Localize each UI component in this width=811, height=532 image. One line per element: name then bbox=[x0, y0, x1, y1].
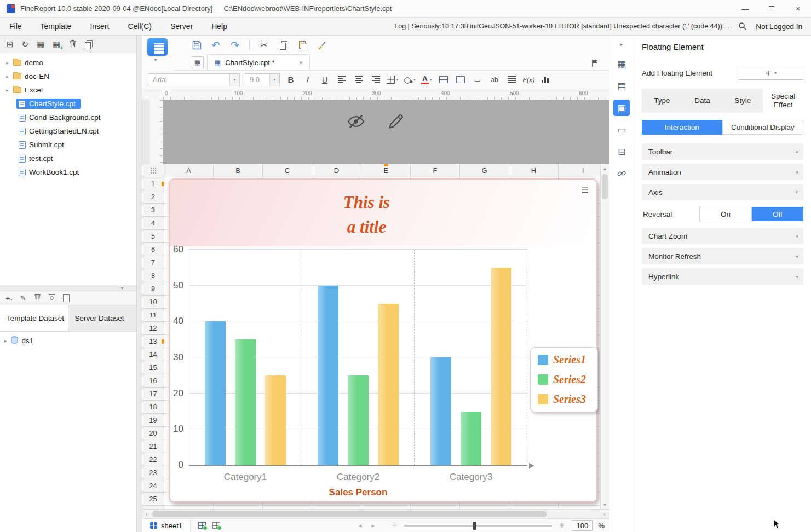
tree-item-submit[interactable]: Submit.cpt bbox=[0, 138, 136, 152]
chevron-right-icon[interactable]: ▸ bbox=[4, 88, 11, 93]
row-header-23[interactable]: 23 bbox=[142, 466, 164, 479]
row-header-6[interactable]: 6 bbox=[142, 243, 164, 256]
menu-file[interactable]: File bbox=[0, 22, 31, 31]
zoom-slider-thumb[interactable] bbox=[473, 522, 476, 530]
font-size-select[interactable]: 9.0 ▾ bbox=[245, 73, 280, 86]
cell-element-icon[interactable]: ▤ bbox=[613, 78, 630, 94]
chevron-right-icon[interactable]: ▸ bbox=[4, 338, 7, 344]
scroll-right-icon[interactable]: › bbox=[600, 510, 609, 518]
template-version-icon[interactable] bbox=[591, 59, 599, 67]
report-list-icon[interactable]: ▦ bbox=[37, 39, 44, 49]
log-status-text[interactable]: Log | Seriously:10:17:38 initGeoJSON-51-… bbox=[394, 22, 732, 30]
column-header-G[interactable]: G bbox=[460, 164, 509, 177]
dataset-splitter[interactable]: ▾ bbox=[0, 285, 136, 291]
widget-settings-icon[interactable]: ▭ bbox=[613, 122, 630, 138]
sheet-tab-sheet1[interactable]: sheet1 bbox=[142, 519, 191, 532]
tab-list-icon[interactable]: ▦ bbox=[192, 56, 204, 68]
scroll-up-icon[interactable]: ▲ bbox=[601, 164, 609, 173]
save-icon[interactable] bbox=[191, 39, 203, 51]
add-report-icon[interactable]: ▦ bbox=[53, 39, 60, 49]
document-tab-chartstyle[interactable]: ▦ ChartStyle.cpt * × bbox=[207, 54, 310, 70]
add-grid-sheet-icon[interactable] bbox=[198, 522, 206, 529]
preview-dataset-icon[interactable] bbox=[49, 294, 55, 302]
row-header-16[interactable]: 16 bbox=[142, 374, 164, 388]
delete-icon[interactable] bbox=[69, 39, 77, 49]
menu-help[interactable]: Help bbox=[202, 22, 237, 31]
collapse-handle-icon[interactable]: ▾ bbox=[121, 286, 123, 291]
section-hyperlink[interactable]: Hyperlink◂ bbox=[642, 268, 803, 285]
section-chart-zoom[interactable]: Chart Zoom◂ bbox=[642, 228, 803, 244]
fill-color-button[interactable]: ▾ bbox=[404, 73, 416, 86]
row-header-15[interactable]: 15 bbox=[142, 361, 164, 374]
tab-data[interactable]: Data bbox=[682, 89, 723, 113]
horizontal-scrollbar[interactable]: ‹ › bbox=[142, 509, 609, 518]
subtab-conditional-display[interactable]: Conditional Display bbox=[722, 120, 804, 135]
row-header-21[interactable]: 21 bbox=[142, 440, 164, 453]
row-header-13[interactable]: 13 bbox=[142, 335, 164, 348]
next-sheet-icon[interactable]: ▸ bbox=[372, 522, 375, 529]
prev-sheet-icon[interactable]: ◂ bbox=[359, 522, 362, 529]
underline-button[interactable]: U bbox=[319, 73, 331, 86]
chevron-down-icon[interactable]: ▾ bbox=[269, 74, 279, 86]
search-icon[interactable] bbox=[738, 22, 747, 31]
legend-item-series1[interactable]: Series1 bbox=[538, 354, 597, 366]
font-color-button[interactable]: A▾ bbox=[421, 73, 433, 86]
redo-icon[interactable]: ↷ bbox=[229, 39, 241, 51]
chevron-down-icon[interactable]: ▾ bbox=[229, 74, 239, 86]
minimize-button[interactable]: — bbox=[732, 0, 758, 17]
formula-button[interactable]: F(x) bbox=[522, 73, 534, 86]
refresh-icon[interactable]: ↻ bbox=[22, 39, 29, 49]
row-header-22[interactable]: 22 bbox=[142, 453, 164, 466]
row-header-17[interactable]: 17 bbox=[142, 388, 164, 401]
column-header-F[interactable]: F bbox=[411, 164, 460, 177]
horizontal-scroll-thumb[interactable] bbox=[152, 511, 547, 517]
zoom-slider[interactable] bbox=[404, 525, 552, 527]
zoom-in-button[interactable]: + bbox=[557, 521, 566, 530]
row-header-19[interactable]: 19 bbox=[142, 414, 164, 427]
copy-template-icon[interactable] bbox=[85, 40, 92, 48]
unmerge-cells-button[interactable] bbox=[455, 73, 467, 86]
chart-legend[interactable]: Series1Series2Series3 bbox=[530, 347, 598, 412]
align-right-button[interactable] bbox=[370, 73, 382, 86]
font-family-select[interactable]: Arial ▾ bbox=[148, 73, 240, 86]
reversal-on-option[interactable]: On bbox=[699, 207, 752, 221]
bar-series1-category3[interactable] bbox=[430, 357, 451, 465]
tree-item-workbook1[interactable]: WorkBook1.cpt bbox=[0, 165, 136, 179]
row-header-11[interactable]: 11 bbox=[142, 309, 164, 322]
tab-special-effect[interactable]: Special Effect bbox=[763, 89, 803, 113]
row-header-20[interactable]: 20 bbox=[142, 427, 164, 440]
legend-item-series3[interactable]: Series3 bbox=[538, 393, 597, 406]
tree-item-cond-background[interactable]: Cond-Background.cpt bbox=[0, 111, 136, 124]
tree-item-doc-en[interactable]: ▸ doc-EN bbox=[0, 70, 136, 83]
tree-item-demo[interactable]: ▸ demo bbox=[0, 56, 136, 70]
tree-item-gettingstarted[interactable]: GettingStartedEN.cpt bbox=[0, 124, 136, 138]
legend-item-series2[interactable]: Series2 bbox=[538, 373, 597, 386]
add-dataset-icon[interactable]: +▾ bbox=[5, 293, 13, 303]
align-center-button[interactable] bbox=[353, 73, 365, 86]
vertical-scrollbar[interactable]: ▲ ▼ bbox=[600, 164, 609, 509]
tab-type[interactable]: Type bbox=[642, 89, 682, 113]
format-painter-icon[interactable] bbox=[315, 39, 327, 51]
column-header-H[interactable]: H bbox=[509, 164, 559, 177]
edit-dataset-icon[interactable]: ✎ bbox=[20, 294, 26, 302]
merge-cells-button[interactable] bbox=[438, 73, 450, 86]
column-header-C[interactable]: C bbox=[263, 164, 312, 177]
tab-template-dataset[interactable]: Template Dataset bbox=[0, 305, 68, 332]
tree-item-excel[interactable]: ▸ Excel bbox=[0, 83, 136, 97]
row-header-9[interactable]: 9 bbox=[142, 282, 164, 296]
italic-button[interactable]: I bbox=[302, 73, 314, 86]
edit-element-icon[interactable] bbox=[387, 112, 405, 132]
undo-icon[interactable]: ↶ bbox=[210, 39, 222, 51]
row-header-24[interactable]: 24 bbox=[142, 479, 164, 493]
zoom-out-button[interactable]: − bbox=[390, 521, 399, 530]
section-animation[interactable]: Animation◂ bbox=[642, 164, 803, 180]
row-header-14[interactable]: 14 bbox=[142, 348, 164, 361]
login-status[interactable]: Not Logged In bbox=[756, 22, 802, 31]
tree-item-chartstyle[interactable]: ChartStyle.cpt bbox=[0, 97, 136, 111]
section-toolbar[interactable]: Toolbar◂ bbox=[642, 143, 803, 160]
new-template-icon[interactable]: ⊞ bbox=[7, 39, 14, 49]
row-header-12[interactable]: 12 bbox=[142, 322, 164, 335]
row-header-10[interactable]: 10 bbox=[142, 296, 164, 309]
floating-chart-element[interactable]: This is a title ≡ 0102030405060 Category… bbox=[169, 178, 597, 502]
row-header-25[interactable]: 25 bbox=[142, 493, 164, 506]
